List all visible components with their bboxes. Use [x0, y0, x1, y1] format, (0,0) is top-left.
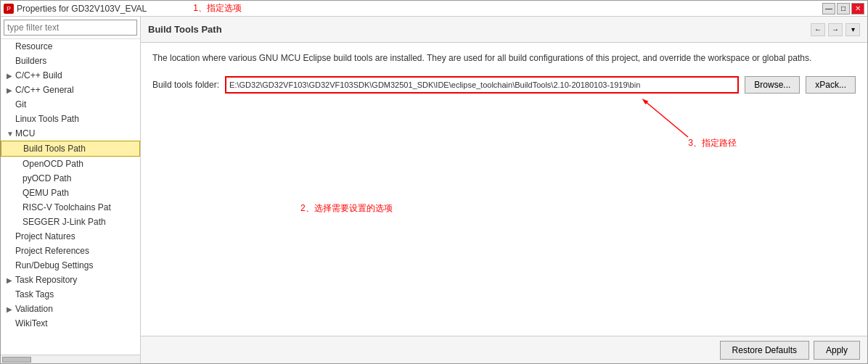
properties-window: P Properties for GD32V103V_EVAL 1、指定选项 —… [0, 0, 868, 364]
title-buttons: — □ ✕ [822, 3, 864, 15]
maximize-button[interactable]: □ [837, 3, 850, 15]
nav-back-button[interactable]: ← [811, 23, 825, 36]
step1-annotation: 1、指定选项 [193, 2, 242, 15]
content-footer: Restore Defaults Apply [141, 336, 867, 363]
sidebar-filter-area [1, 17, 140, 39]
apply-button[interactable]: Apply [814, 341, 860, 360]
sidebar-scroll-thumb[interactable] [2, 357, 31, 363]
sidebar-item-segger-jlink-path[interactable]: SEGGER J-Link Path [1, 215, 140, 229]
sidebar-item-build-tools-path[interactable]: Build Tools Path [1, 141, 140, 157]
sidebar-item-validation[interactable]: ▶ Validation [1, 302, 140, 316]
svg-line-1 [644, 101, 688, 137]
sidebar-item-run-debug-settings[interactable]: Run/Debug Settings [1, 258, 140, 273]
minimize-button[interactable]: — [822, 3, 835, 15]
collapse-icon: ▼ [7, 130, 14, 138]
sidebar-item-task-tags[interactable]: Task Tags [1, 287, 140, 302]
sidebar: Resource Builders ▶ C/C++ Build ▶ C/C++ … [1, 17, 141, 363]
step2-annotation: 2、选择需要设置的选项 [300, 202, 393, 215]
title-bar-left: P Properties for GD32V103V_EVAL 1、指定选项 [4, 2, 242, 15]
build-tools-folder-input[interactable] [225, 76, 739, 94]
nav-forward-button[interactable]: → [828, 23, 843, 36]
content-body: The location where various GNU MCU Eclip… [141, 43, 867, 336]
close-button[interactable]: ✕ [851, 3, 864, 15]
window-icon: P [4, 4, 14, 14]
sidebar-item-riscv-toolchains-path[interactable]: RISC-V Toolchains Pat [1, 200, 140, 215]
sidebar-scrollbar[interactable] [1, 355, 140, 363]
expand-icon: ▶ [7, 305, 14, 313]
expand-icon: ▶ [7, 86, 14, 94]
sidebar-item-pyocd-path[interactable]: pyOCD Path [1, 171, 140, 186]
sidebar-item-mcu[interactable]: ▼ MCU [1, 126, 140, 141]
window-title: Properties for GD32V103V_EVAL [17, 4, 147, 14]
sidebar-item-openocd-path[interactable]: OpenOCD Path [1, 157, 140, 171]
expand-icon: ▶ [7, 72, 14, 80]
sidebar-list: Resource Builders ▶ C/C++ Build ▶ C/C++ … [1, 39, 140, 355]
content-panel: Build Tools Path ← → ▾ The location wher… [141, 17, 867, 363]
step3-annotation: 3、指定路径 [688, 137, 737, 149]
filter-input[interactable] [4, 20, 137, 36]
sidebar-item-cpp-general[interactable]: ▶ C/C++ General [1, 83, 140, 97]
description-text: The location where various GNU MCU Eclip… [152, 51, 856, 65]
browse-button[interactable]: Browse... [745, 76, 800, 94]
restore-defaults-button[interactable]: Restore Defaults [720, 341, 809, 360]
content-title: Build Tools Path [148, 24, 222, 35]
step3-arrow [630, 94, 703, 144]
sidebar-item-resource[interactable]: Resource [1, 39, 140, 54]
sidebar-item-project-natures[interactable]: Project Natures [1, 229, 140, 244]
sidebar-item-linux-tools-path[interactable]: Linux Tools Path [1, 112, 140, 126]
expand-icon: ▶ [7, 276, 14, 284]
sidebar-item-wikitext[interactable]: WikiText [1, 316, 140, 331]
sidebar-item-task-repository[interactable]: ▶ Task Repository [1, 273, 140, 287]
sidebar-item-qemu-path[interactable]: QEMU Path [1, 186, 140, 200]
sidebar-item-project-references[interactable]: Project References [1, 244, 140, 258]
build-tools-folder-label: Build tools folder: [152, 80, 219, 90]
title-bar: P Properties for GD32V103V_EVAL 1、指定选项 —… [1, 1, 867, 17]
build-tools-form-row: Build tools folder: Browse... xPack... [152, 76, 856, 94]
nav-dropdown-button[interactable]: ▾ [846, 23, 860, 36]
content-nav-buttons: ← → ▾ [811, 23, 860, 36]
sidebar-item-cpp-build[interactable]: ▶ C/C++ Build [1, 68, 140, 83]
xpack-button[interactable]: xPack... [806, 76, 856, 94]
sidebar-item-git[interactable]: Git [1, 97, 140, 112]
sidebar-item-builders[interactable]: Builders [1, 54, 140, 68]
content-header: Build Tools Path ← → ▾ [141, 17, 867, 43]
main-area: Resource Builders ▶ C/C++ Build ▶ C/C++ … [1, 17, 867, 363]
